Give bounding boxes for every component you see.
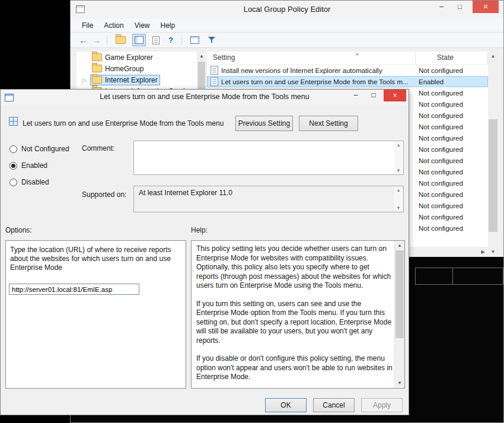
radio-circle <box>9 145 17 153</box>
policy-name: Let users turn on and use Enterprise Mod… <box>23 119 234 128</box>
filter-button[interactable] <box>206 34 218 46</box>
state-cell: Not configured <box>416 123 463 131</box>
show-console-tree-button[interactable] <box>132 34 146 46</box>
list-header: ▲ Setting State <box>207 52 488 65</box>
supported-scrollbar[interactable]: ▴ ▾ <box>394 187 403 211</box>
tree-item[interactable]: ▷Internet Explorer <box>76 74 206 85</box>
extended-pane-button[interactable] <box>188 34 202 46</box>
tree-item[interactable]: Game Explorer <box>76 52 206 63</box>
tree-item-label: HomeGroup <box>105 65 143 73</box>
state-cell: Not configured <box>416 214 463 221</box>
options-label: Options: <box>5 226 32 234</box>
scroll-down-icon[interactable]: ▼ <box>488 247 498 257</box>
radio-not-configured[interactable]: Not Configured <box>9 145 69 153</box>
column-setting-label: Setting <box>213 53 235 62</box>
ok-button[interactable]: OK <box>265 398 307 412</box>
help-panel: This policy setting lets you decide whet… <box>191 240 405 389</box>
scroll-down-icon[interactable]: ▼ <box>395 379 404 388</box>
dialog-titlebar[interactable]: Let users turn on and use Enterprise Mod… <box>1 90 409 105</box>
toolbar-separator <box>107 36 107 45</box>
maximize-button[interactable]: □ <box>451 1 469 13</box>
up-one-level-button[interactable] <box>113 34 128 46</box>
spin-up-icon[interactable]: ▴ <box>394 187 403 193</box>
help-paragraph: If you disable or don't configure this p… <box>196 354 393 382</box>
supported-on-value: At least Internet Explorer 11.0 <box>139 189 232 197</box>
previous-setting-button[interactable]: Previous Setting <box>235 116 293 131</box>
cancel-button[interactable]: Cancel <box>313 398 355 412</box>
setting-name: Let users turn on and use Enterprise Mod… <box>221 78 409 85</box>
radio-enabled[interactable]: Enabled <box>9 161 47 170</box>
expander-icon[interactable]: ▷ <box>82 77 90 83</box>
help-scroll-thumb[interactable] <box>395 250 404 338</box>
help-label: Help: <box>191 226 208 234</box>
setting-icon <box>210 77 218 86</box>
vertical-scrollbar[interactable]: ▲ ▼ <box>488 52 498 257</box>
setting-cell: Install new versions of Internet Explore… <box>207 66 416 75</box>
forward-button[interactable]: → <box>92 36 101 44</box>
scroll-up-icon[interactable]: ▲ <box>197 52 206 61</box>
comment-textarea[interactable]: ▴ ▾ <box>133 141 404 175</box>
tree-item-label: Internet Explorer <box>105 76 158 84</box>
options-description: Type the location (URL) of where to rece… <box>10 246 181 272</box>
help-paragraph: This policy setting lets you decide whet… <box>196 244 393 291</box>
tree-item-body[interactable]: Game Explorer <box>90 52 155 63</box>
menubar: File Action View Help <box>71 18 503 33</box>
supported-on-box: At least Internet Explorer 11.0 ▴ ▾ <box>133 186 404 212</box>
spin-up-icon[interactable]: ▴ <box>394 142 403 148</box>
minimize-button[interactable]: – <box>432 1 451 13</box>
radio-disabled[interactable]: Disabled <box>9 178 49 186</box>
help-scrollbar[interactable]: ▲ ▼ <box>394 241 404 388</box>
setting-cell: Let users turn on and use Enterprise Mod… <box>207 77 416 86</box>
dialog-maximize-button[interactable]: □ <box>365 90 382 101</box>
state-cell: Not configured <box>416 202 463 209</box>
dialog-minimize-button[interactable]: – <box>347 90 365 101</box>
close-button[interactable]: × <box>473 1 499 13</box>
settings-row[interactable]: Let users turn on and use Enterprise Mod… <box>207 76 488 87</box>
folder-icon <box>92 76 102 84</box>
scroll-right-icon[interactable]: ▶ <box>478 247 488 257</box>
tree-item-body[interactable]: Internet Explorer <box>90 75 160 85</box>
menu-item-file[interactable]: File <box>76 20 98 31</box>
filter-icon <box>208 37 215 43</box>
export-list-button[interactable] <box>150 34 162 47</box>
tree-scroll-thumb[interactable] <box>198 62 205 89</box>
scroll-thumb[interactable] <box>489 119 497 232</box>
url-input[interactable] <box>9 284 139 295</box>
column-header-setting[interactable]: ▲ Setting <box>207 52 416 64</box>
options-panel: Type the location (URL) of where to rece… <box>5 240 186 389</box>
comment-scrollbar[interactable]: ▴ ▾ <box>394 142 403 174</box>
spin-down-icon[interactable]: ▾ <box>394 205 403 211</box>
tree-item-label: Game Explorer <box>105 53 153 62</box>
tree-item[interactable]: HomeGroup <box>76 63 206 74</box>
help-button[interactable]: ? <box>166 34 176 46</box>
back-button[interactable]: ← <box>79 36 88 44</box>
menu-item-help[interactable]: Help <box>155 20 181 31</box>
apply-button[interactable]: Apply <box>361 398 403 412</box>
menu-item-action[interactable]: Action <box>98 20 129 31</box>
menu-item-view[interactable]: View <box>129 20 155 31</box>
gpe-titlebar[interactable]: Local Group Policy Editor – □ × <box>71 1 503 19</box>
state-cell: Not configured <box>416 191 463 198</box>
folder-icon <box>92 53 102 61</box>
column-header-state[interactable]: State <box>416 52 488 64</box>
state-cell: Not configured <box>416 90 463 97</box>
policy-dialog: Let users turn on and use Enterprise Mod… <box>0 89 409 415</box>
column-state-label: State <box>437 53 454 62</box>
state-cell: Not configured <box>416 146 463 153</box>
dialog-close-button[interactable]: × <box>384 90 406 101</box>
status-box-divider <box>452 268 453 284</box>
spin-down-icon[interactable]: ▾ <box>394 167 403 174</box>
settings-row[interactable]: Install new versions of Internet Explore… <box>207 65 488 76</box>
scroll-up-icon[interactable]: ▲ <box>488 52 498 61</box>
tree-item-body[interactable]: HomeGroup <box>90 63 146 74</box>
panes-icon <box>190 36 199 44</box>
supported-on-label: Supported on: <box>82 190 126 199</box>
dialog-window-controls: – □ × <box>347 90 406 101</box>
radio-label: Enabled <box>21 161 47 170</box>
policy-header-icon <box>9 117 18 126</box>
scroll-up-icon[interactable]: ▲ <box>395 241 404 250</box>
console-tree-icon <box>135 36 143 44</box>
export-list-icon <box>152 36 160 44</box>
state-cell: Not configured <box>416 67 463 74</box>
next-setting-button[interactable]: Next Setting <box>299 116 358 131</box>
